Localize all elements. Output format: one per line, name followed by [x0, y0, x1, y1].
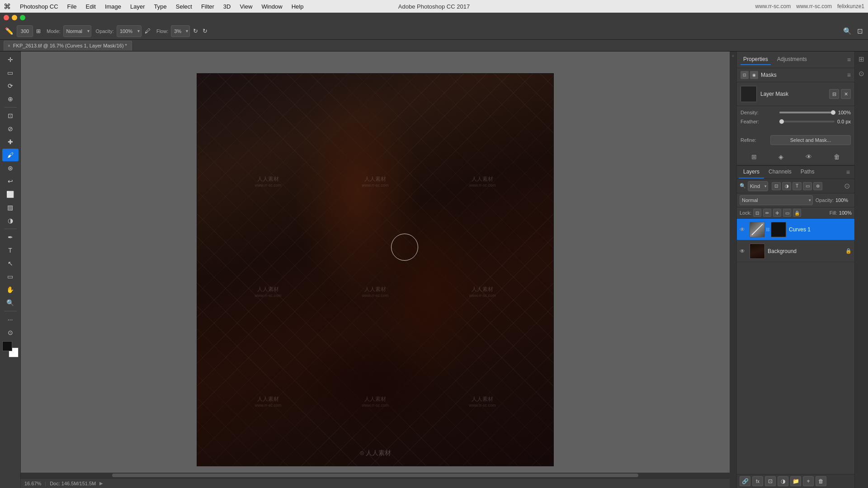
move-tool[interactable]: ✛: [2, 53, 19, 66]
canvas-image[interactable]: 人人素材 www.rr-sc.com 人人素材 www.rr-sc.com 人人…: [197, 73, 554, 466]
select-and-mask-button[interactable]: Select and Mask...: [770, 135, 851, 145]
blend-mode-wrap[interactable]: Normal: [740, 195, 813, 205]
menu-help[interactable]: Help: [288, 2, 307, 11]
extra-tools-btn[interactable]: ···: [2, 313, 19, 326]
menu-3d[interactable]: 3D: [220, 2, 235, 11]
panel-collapse-button[interactable]: «: [730, 52, 737, 488]
gradient-tool[interactable]: ▨: [2, 201, 19, 214]
lasso-tool[interactable]: ⟳: [2, 80, 19, 92]
extra-tools-2[interactable]: ⊙: [2, 326, 19, 339]
opacity-airbrush-icon[interactable]: 🖊: [143, 26, 152, 36]
layers-panel-menu[interactable]: ≡: [844, 167, 853, 178]
dodge-tool[interactable]: ◑: [2, 214, 19, 227]
hand-tool[interactable]: ✋: [2, 283, 19, 296]
minimize-button[interactable]: [12, 15, 17, 20]
search-toolbar-icon[interactable]: 🔍: [842, 26, 853, 37]
mask-selection-icon[interactable]: ⊞: [750, 151, 759, 162]
heal-tool[interactable]: ✚: [2, 136, 19, 148]
lock-all-btn[interactable]: 🔒: [793, 209, 801, 217]
pen-tool[interactable]: ✒: [2, 231, 19, 244]
flow-select[interactable]: 3%: [171, 25, 190, 37]
layer-mask-btn[interactable]: ⊡: [765, 476, 776, 486]
type-tool[interactable]: T: [2, 244, 19, 257]
mode-select-wrap[interactable]: Normal: [63, 25, 91, 37]
maximize-button[interactable]: [20, 15, 25, 20]
close-button[interactable]: [4, 15, 9, 20]
tab-close-icon[interactable]: ×: [8, 43, 10, 48]
layer-adjustment-btn[interactable]: ◑: [778, 476, 788, 486]
filter-smart-btn[interactable]: ⊛: [813, 182, 822, 190]
tab-channels[interactable]: Channels: [764, 166, 796, 178]
fill-value[interactable]: 100%: [839, 210, 852, 216]
properties-expand-icon[interactable]: ≡: [847, 56, 851, 63]
right-icon-2[interactable]: ⊙: [857, 68, 866, 80]
mask-delete-icon[interactable]: 🗑: [832, 151, 842, 162]
lock-pixels-btn[interactable]: ✏: [763, 209, 771, 217]
brush-picker-btn[interactable]: ⊞: [35, 27, 42, 36]
brush-size-value[interactable]: 300: [17, 25, 33, 37]
layer-item-background[interactable]: 👁 Background 🔒: [737, 240, 854, 262]
doc-size-arrow[interactable]: ▶: [99, 481, 103, 486]
layer-item-curves[interactable]: 👁 ⛓ Curves 1: [737, 219, 854, 240]
mode-select[interactable]: Normal: [63, 25, 91, 37]
filter-pixel-btn[interactable]: ⊡: [772, 182, 781, 190]
menu-view[interactable]: View: [236, 2, 256, 11]
flow-wrap[interactable]: 3%: [171, 25, 190, 37]
opacity-value[interactable]: 100%: [835, 197, 852, 203]
tab-adjustments[interactable]: Adjustments: [774, 54, 810, 65]
shape-tool[interactable]: ▭: [2, 270, 19, 283]
layer-delete-btn[interactable]: 🗑: [816, 476, 826, 486]
apple-menu[interactable]: ⌘: [4, 2, 11, 11]
tab-layers[interactable]: Layers: [739, 166, 764, 178]
feather-slider[interactable]: [779, 121, 835, 122]
menu-photoshop[interactable]: Photoshop CC: [16, 2, 62, 11]
mask-thumbnail[interactable]: [741, 86, 757, 102]
menu-image[interactable]: Image: [101, 2, 125, 11]
vector-mask-icon[interactable]: ◉: [750, 71, 758, 79]
canvas-scrollbar-horizontal[interactable]: [21, 473, 730, 478]
smoothing-icon[interactable]: ↻: [192, 26, 199, 36]
tab-properties[interactable]: Properties: [741, 54, 771, 65]
filter-adjustment-btn[interactable]: ◑: [782, 182, 791, 190]
menu-window[interactable]: Window: [258, 2, 286, 11]
menu-layer[interactable]: Layer: [127, 2, 149, 11]
workspace-icon[interactable]: ⊡: [856, 26, 864, 37]
right-icon-1[interactable]: ⊞: [857, 53, 866, 65]
menu-filter[interactable]: Filter: [198, 2, 218, 11]
mask-visibility-icon[interactable]: 👁: [804, 151, 814, 162]
layer-link-btn[interactable]: 🔗: [740, 476, 750, 486]
foreground-color-swatch[interactable]: [2, 341, 12, 351]
quick-select-tool[interactable]: ⊕: [2, 93, 19, 105]
filter-shape-btn[interactable]: ▭: [803, 182, 812, 190]
clone-stamp-tool[interactable]: ⊛: [2, 162, 19, 174]
layer-fx-btn[interactable]: fx: [752, 476, 763, 486]
mask-filter-icon[interactable]: ◈: [777, 151, 785, 162]
curves-visibility-icon[interactable]: 👁: [740, 226, 747, 233]
history-brush-tool[interactable]: ↩: [2, 175, 19, 188]
scrollbar-thumb[interactable]: [112, 474, 638, 477]
menu-select[interactable]: Select: [172, 2, 196, 11]
feather-thumb[interactable]: [779, 119, 784, 124]
filter-type-btn[interactable]: T: [793, 182, 802, 190]
pixel-mask-icon[interactable]: ⊡: [741, 71, 749, 79]
layers-kind-select[interactable]: Kind: [748, 181, 768, 191]
layer-group-btn[interactable]: 📁: [790, 476, 801, 486]
masks-expand-icon[interactable]: ≡: [847, 71, 851, 79]
opacity-wrap[interactable]: 100%: [117, 25, 142, 37]
density-thumb[interactable]: [831, 110, 835, 115]
zoom-tool[interactable]: 🔍: [2, 296, 19, 309]
density-slider[interactable]: [779, 112, 835, 113]
blend-mode-select[interactable]: Normal: [740, 195, 813, 205]
eraser-tool[interactable]: ⬜: [2, 188, 19, 201]
path-select-tool[interactable]: ↖: [2, 257, 19, 270]
lock-artboard-btn[interactable]: ▭: [783, 209, 791, 217]
eyedropper-tool[interactable]: ⊘: [2, 122, 19, 135]
layers-kind-wrap[interactable]: Kind: [748, 181, 768, 191]
menu-edit[interactable]: Edit: [82, 2, 99, 11]
lock-transparent-btn[interactable]: ⊡: [753, 209, 761, 217]
document-tab[interactable]: × FKP_2613.tif @ 16.7% (Curves 1, Layer …: [4, 41, 132, 51]
brush-tool[interactable]: 🖌: [2, 149, 19, 161]
lock-position-btn[interactable]: ✛: [773, 209, 781, 217]
crop-tool[interactable]: ⊡: [2, 109, 19, 122]
menu-file[interactable]: File: [64, 2, 80, 11]
